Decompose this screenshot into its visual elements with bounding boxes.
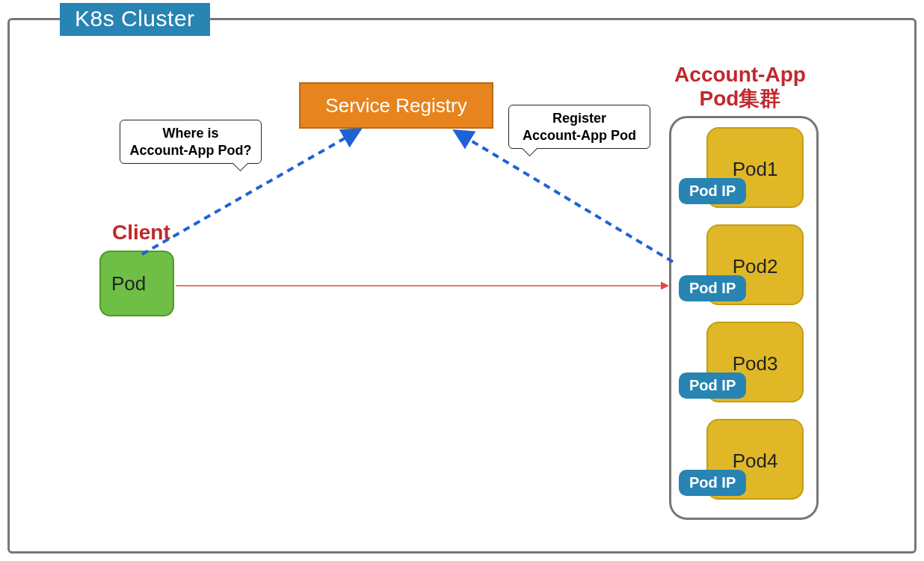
pod-ip-badge: Pod IP (679, 373, 746, 399)
account-app-heading: Account-App Pod集群 (635, 63, 845, 111)
bubble-left-line1: Where is (162, 126, 218, 141)
client-heading: Client (112, 221, 170, 245)
pod-ip-badge: Pod IP (679, 275, 746, 301)
speech-bubble-where-is: Where is Account-App Pod? (120, 120, 262, 164)
bubble-left-line2: Account-App Pod? (130, 143, 252, 158)
cluster-title-badge: K8s Cluster (60, 3, 210, 36)
client-pod-box: Pod (99, 251, 174, 316)
pod-ip-badge: Pod IP (679, 178, 746, 204)
service-registry-box: Service Registry (299, 82, 493, 129)
account-app-heading-line2: Pod集群 (700, 87, 781, 110)
bubble-right-line2: Account-App Pod (523, 128, 636, 143)
pod-ip-badge: Pod IP (679, 470, 746, 496)
account-app-heading-line1: Account-App (674, 63, 806, 86)
bubble-right-line1: Register (552, 111, 606, 126)
speech-bubble-register: Register Account-App Pod (508, 105, 650, 149)
diagram-canvas: K8s Cluster Service Registry Client Pod … (0, 0, 924, 561)
